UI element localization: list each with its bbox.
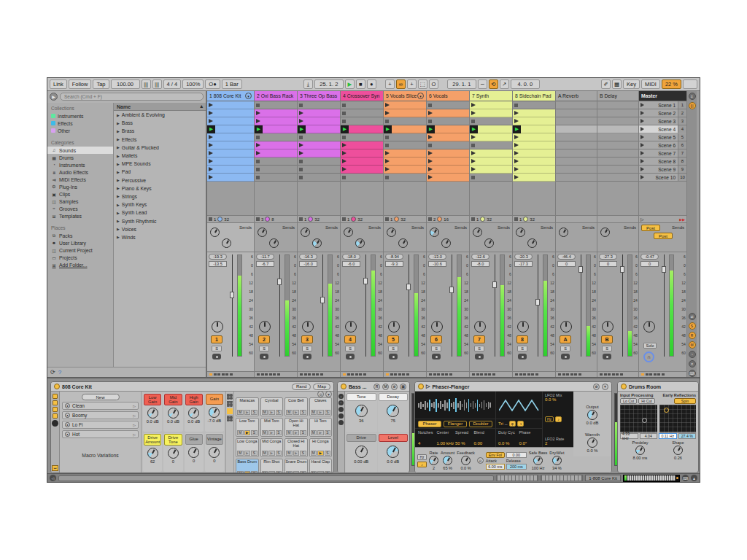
clip-play-icon[interactable] <box>514 175 519 179</box>
view-toggle-icon[interactable]: M <box>689 341 696 349</box>
view-toggle-icon[interactable]: ||| <box>689 102 696 109</box>
drum-pad[interactable]: Mid TomM▶S <box>260 418 284 437</box>
stop-slot[interactable] <box>255 174 297 182</box>
pad-mute-button[interactable]: M <box>237 410 244 415</box>
record-button[interactable]: ● <box>367 79 376 89</box>
clip-play-icon[interactable] <box>209 135 213 139</box>
save-preset-icon[interactable]: ▣ <box>400 384 406 390</box>
arm-button[interactable] <box>603 354 611 359</box>
clip-playing-icon[interactable]: ▶ <box>341 125 349 133</box>
folder-expand-icon[interactable]: ▶ <box>117 178 120 182</box>
macro-label[interactable]: Drive Amount <box>144 434 161 446</box>
stop-slot[interactable] <box>255 133 297 141</box>
clip-play-icon[interactable] <box>256 143 260 147</box>
browser-folder-item[interactable]: ▶Winds <box>114 233 206 241</box>
stop-slot[interactable] <box>341 117 383 125</box>
camera-icon[interactable]: ● <box>65 403 70 408</box>
volume-fader[interactable] <box>662 254 665 357</box>
crossfade-row[interactable] <box>639 372 686 377</box>
lfo2-sync-toggle[interactable]: ♪ <box>555 416 562 422</box>
clip-stop-icon[interactable] <box>514 104 518 107</box>
browser-folder-item[interactable]: ▶Mallets <box>114 152 206 160</box>
macro-label[interactable]: Low Gain <box>144 394 161 405</box>
pad-play-icon[interactable]: ▶ <box>244 451 251 456</box>
drum-pad[interactable]: CymbalM▶S <box>260 397 284 416</box>
clip-slot[interactable] <box>207 166 254 174</box>
view-toggle-icon[interactable]: ⇄ <box>689 313 696 320</box>
clip-stop-icon[interactable] <box>256 176 260 179</box>
pad-play-icon[interactable]: ▶ <box>244 410 251 415</box>
scene-row[interactable]: Scene 88 <box>639 158 686 166</box>
empty-slot[interactable] <box>556 174 597 182</box>
chevron-down-icon[interactable]: ▾ <box>417 93 424 99</box>
scene-launch-icon[interactable] <box>640 103 644 107</box>
show-io-toggle[interactable] <box>53 413 58 419</box>
quantization-bar-menu[interactable]: 1 Bar <box>222 79 242 89</box>
pad-solo-button[interactable]: S <box>276 430 282 435</box>
clip-play-icon[interactable] <box>209 167 213 171</box>
new-variation-button[interactable]: New <box>82 394 120 400</box>
playing-clip-slot[interactable]: ▶ <box>513 125 555 133</box>
clip-play-icon[interactable] <box>385 103 390 107</box>
send-a-knob[interactable] <box>387 228 396 237</box>
clip-overview[interactable] <box>541 475 583 481</box>
shape-value[interactable]: 0.26 <box>674 456 682 460</box>
pan-knob[interactable] <box>345 321 357 332</box>
clip-play-icon[interactable] <box>209 175 213 179</box>
clip-play-icon[interactable] <box>471 151 476 155</box>
stop-clips-icon[interactable] <box>385 217 389 221</box>
solo-button[interactable]: S <box>259 346 269 351</box>
clip-stop-icon[interactable] <box>428 120 432 123</box>
clip-slot[interactable] <box>513 158 555 166</box>
clip-slot[interactable] <box>513 117 555 125</box>
pad-solo-button[interactable]: S <box>325 451 331 456</box>
stop-slot[interactable] <box>427 141 469 149</box>
help-icon[interactable]: ? <box>58 369 61 376</box>
track-activator-button[interactable]: 4 <box>344 335 356 343</box>
solo-button[interactable]: S <box>302 346 312 351</box>
sidebar-place-projects[interactable]: ▭Projects <box>47 254 113 261</box>
track-header[interactable]: 5 Vocals Slice▾ <box>384 91 426 101</box>
clip-stop-icon[interactable] <box>299 168 303 171</box>
hot-swap-icon[interactable]: ⊘ <box>317 391 324 397</box>
sidebar-place-packs[interactable]: ⧉Packs <box>47 232 113 239</box>
empty-slot[interactable] <box>556 125 597 133</box>
empty-slot[interactable] <box>597 117 638 125</box>
clip-play-icon[interactable] <box>342 151 347 155</box>
key-map-button[interactable]: Key <box>623 79 640 89</box>
clip-play-icon[interactable] <box>299 143 303 147</box>
scene-launch-icon[interactable] <box>640 175 644 179</box>
pad-play-icon[interactable]: ▶ <box>268 451 275 456</box>
cpu-meter[interactable]: 22 % <box>662 79 681 89</box>
solo-button[interactable]: S <box>517 346 527 351</box>
macro-value[interactable]: 0 <box>213 459 215 463</box>
show-info-icon[interactable]: ◁ <box>50 475 56 481</box>
view-toggle-icon[interactable]: S <box>689 322 696 330</box>
clip-slot[interactable] <box>341 141 383 149</box>
stop-slot[interactable] <box>427 117 469 125</box>
solo-button[interactable]: S <box>602 346 612 351</box>
clip-stop-icon[interactable] <box>471 176 475 179</box>
post-b-button[interactable]: Post <box>654 233 673 239</box>
scene-number[interactable]: 7 <box>678 149 686 157</box>
clip-slot[interactable] <box>470 133 512 141</box>
crossfade-row[interactable] <box>384 372 426 377</box>
clip-play-icon[interactable] <box>209 143 213 147</box>
refresh-icon[interactable]: ⟳ <box>50 369 55 376</box>
pan-knob[interactable] <box>517 321 529 332</box>
clip-slot[interactable] <box>513 133 555 141</box>
send-a-knob[interactable] <box>210 228 220 237</box>
pad-play-icon[interactable]: ▶ <box>293 430 300 435</box>
pan-knob[interactable] <box>212 321 223 332</box>
pad-mute-button[interactable]: M <box>237 451 244 456</box>
tempo-field[interactable]: 100.00 <box>111 79 140 89</box>
scene-number[interactable]: 1 <box>678 101 686 109</box>
clip-playing-icon[interactable]: ▶ <box>255 125 263 133</box>
param-knob[interactable] <box>387 446 399 458</box>
fader-handle[interactable] <box>406 284 411 290</box>
rand-button[interactable]: Rand <box>292 384 311 390</box>
hi-cut-button[interactable]: Hi Cut <box>638 398 654 404</box>
clip-stop-icon[interactable] <box>256 104 260 107</box>
clip-slot[interactable] <box>384 149 426 158</box>
rack-expand-icon[interactable]: ↦ <box>52 465 58 471</box>
